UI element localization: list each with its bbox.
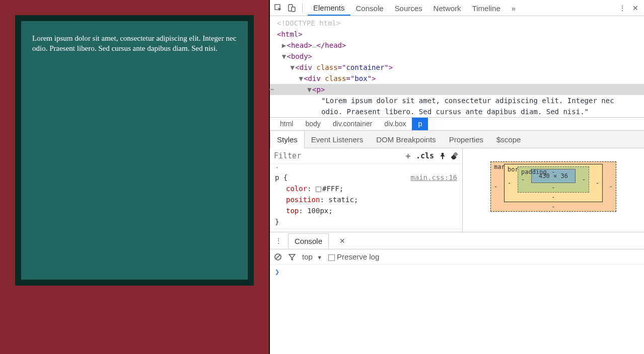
devtools-panel: Elements Console Sources Network Timelin… [270,0,644,354]
tree-toggle-p[interactable]: ▼ [307,84,312,95]
preserve-log-checkbox[interactable]: Preserve log [328,252,379,261]
dom-p-text[interactable]: "Lorem ipsum dolor sit amet, consectetur… [270,95,644,117]
subtab-event-listeners[interactable]: Event Listeners [305,131,370,148]
tab-elements[interactable]: Elements [308,1,350,16]
style-rule-ua[interactable]: user agent stylesheet p { display: block… [270,229,462,232]
tree-toggle-head[interactable]: ▶ [281,40,287,51]
subtab-dom-breakpoints[interactable]: DOM Breakpoints [370,131,442,148]
prop-position[interactable]: position: static; [275,194,457,205]
dom-head[interactable]: <head> [287,41,312,49]
rule-source-link[interactable]: main.css:16 [410,172,457,183]
breadcrumb-container[interactable]: div.container [327,118,378,130]
clear-console-icon[interactable] [274,253,282,261]
style-rule-main[interactable]: main.css:16 p { color: #FFF; position: s… [270,171,462,229]
console-close-icon[interactable]: ✕ [337,235,348,246]
tab-timeline[interactable]: Timeline [467,1,506,15]
bm-margin-left: - [494,183,497,190]
inspect-icon[interactable] [273,3,284,14]
dom-body[interactable]: <body> [287,52,312,60]
bm-margin-bottom: - [551,203,555,210]
tab-overflow[interactable]: » [506,1,521,15]
styles-rules: + .cls - main.css:16 p { color: #FFF; po… [270,148,463,232]
dom-div-box[interactable]: <div class="box"> [304,74,376,82]
more-icon[interactable]: ⋮ [617,3,628,14]
styles-filter-input[interactable] [274,151,400,160]
rule-close: } [275,216,457,227]
console-drawer-tab[interactable]: Console [288,233,329,249]
console-more-icon[interactable]: ⋮ [273,235,284,246]
prop-color[interactable]: color: #FFF; [275,183,457,194]
bm-margin-right: - [609,183,613,190]
tab-console[interactable]: Console [350,1,389,15]
close-icon[interactable]: ✕ [630,3,641,14]
styles-subtabs: Styles Event Listeners DOM Breakpoints P… [270,130,644,148]
prop-top[interactable]: top: 100px; [275,205,457,216]
breadcrumb-p[interactable]: p [412,118,428,130]
dom-html-open[interactable]: <html> [277,30,303,38]
devtools-toolbar: Elements Console Sources Network Timelin… [270,0,644,16]
subtab-styles[interactable]: Styles [270,131,305,148]
breadcrumb-box[interactable]: div.box [378,118,412,130]
new-rule-icon[interactable]: + [405,150,411,161]
box-model[interactable]: margin 16 - - - border - - - - padding [490,161,616,212]
breadcrumb-html[interactable]: html [274,118,299,130]
tab-network[interactable]: Network [428,1,467,15]
page-paragraph[interactable]: Lorem ipsum dolor sit amet, consectetur … [32,33,237,54]
toolbar-divider [302,4,303,13]
page-box: Lorem ipsum dolor sit amet, consectetur … [15,15,254,286]
dom-p[interactable]: <p> [312,85,325,94]
svg-rect-2 [292,7,295,12]
hov-icon[interactable] [451,152,458,159]
console-context[interactable]: top ▼ [302,252,322,261]
dom-doctype[interactable]: <!DOCTYPE html> [277,19,340,27]
styles-body: + .cls - main.css:16 p { color: #FFF; po… [270,148,644,232]
dom-tree[interactable]: <!DOCTYPE html> <html> ▶<head>…</head> ▼… [270,16,644,117]
console-filter-bar: top ▼ Preserve log [270,249,644,264]
styles-filter-row: + .cls [270,148,462,164]
subtab-properties[interactable]: Properties [443,131,490,148]
rendered-page: Lorem ipsum dolor sit amet, consectetur … [0,0,270,354]
tree-toggle-div1[interactable]: ▼ [290,62,295,73]
cls-toggle[interactable]: .cls [416,150,434,161]
breadcrumb-body[interactable]: body [299,118,326,130]
subtab-scope[interactable]: $scope [490,131,527,148]
device-icon[interactable] [286,3,297,14]
bm-padding-label: padding [521,168,547,175]
tree-toggle-body[interactable]: ▼ [281,51,287,62]
tree-toggle-div2[interactable]: ▼ [298,73,304,84]
devtools-tabs: Elements Console Sources Network Timelin… [308,0,521,16]
color-swatch[interactable] [316,187,321,192]
box-model-panel: margin 16 - - - border - - - - padding [463,148,644,232]
page-container: Lorem ipsum dolor sit amet, consectetur … [0,0,269,354]
dom-breadcrumb: html body div.container div.box p [270,117,644,130]
pin-icon[interactable] [439,152,446,159]
filter-icon[interactable] [288,253,296,261]
console-prompt[interactable]: ❯ [270,264,644,354]
console-drawer-bar: ⋮ Console ✕ [270,232,644,249]
page-inner: Lorem ipsum dolor sit amet, consectetur … [21,21,248,280]
tab-sources[interactable]: Sources [389,1,428,15]
svg-line-6 [276,255,280,259]
dom-div-container[interactable]: <div class="container"> [295,63,393,71]
